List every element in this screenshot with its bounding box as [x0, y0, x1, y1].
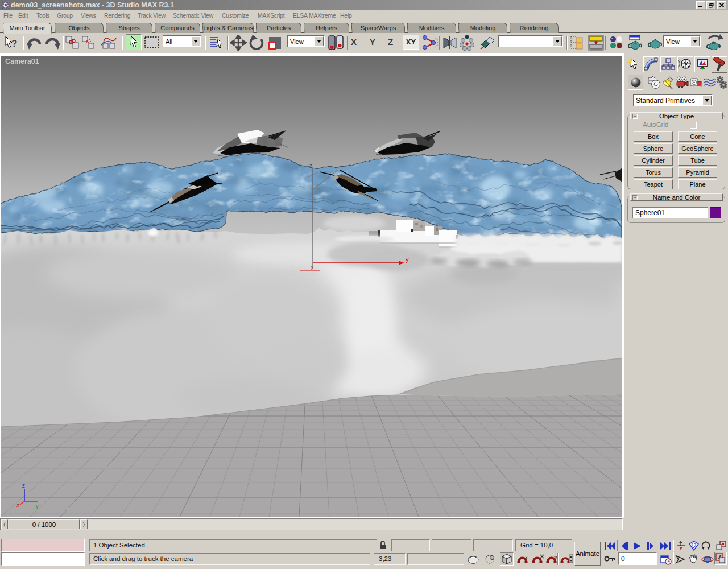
svg-text:y: y	[406, 256, 409, 263]
svg-text:y: y	[36, 503, 39, 509]
svg-text:z: z	[309, 163, 312, 169]
svg-text:3: 3	[525, 555, 528, 560]
svg-text:Camera01: Camera01	[5, 57, 39, 65]
svg-text:x: x	[311, 264, 314, 271]
svg-text:x: x	[16, 502, 19, 508]
svg-text:?: ?	[11, 38, 17, 49]
svg-text:z: z	[22, 483, 25, 489]
